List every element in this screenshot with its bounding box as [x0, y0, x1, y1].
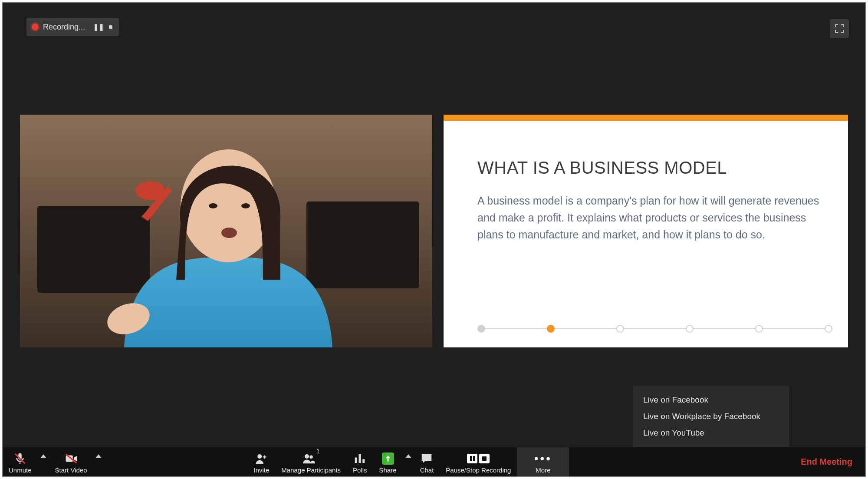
progress-dot[interactable]: [755, 325, 763, 333]
more-menu: Live on Facebook Live on Workplace by Fa…: [633, 386, 789, 447]
invite-button[interactable]: Invite: [247, 447, 275, 476]
svg-point-3: [135, 181, 165, 200]
content-row: WHAT IS A BUSINESS MODEL A business mode…: [20, 115, 848, 347]
slide-title: WHAT IS A BUSINESS MODEL: [477, 158, 822, 178]
slide-body: A business model is a company's plan for…: [477, 192, 822, 243]
pause-stop-recording-button[interactable]: Pause/Stop Recording: [440, 447, 517, 476]
invite-icon: [255, 452, 268, 465]
pause-stop-icon: [467, 454, 490, 463]
chevron-up-icon: [95, 454, 102, 458]
meeting-window: Recording... ❚❚ ■: [2, 2, 866, 477]
end-meeting-button[interactable]: End Meeting: [788, 447, 865, 476]
more-menu-item-live-youtube[interactable]: Live on YouTube: [633, 425, 789, 441]
recording-indicator: Recording... ❚❚ ■: [26, 18, 119, 36]
svg-rect-1: [37, 206, 150, 293]
svg-point-13: [305, 454, 309, 459]
fullscreen-icon: [834, 23, 845, 34]
svg-point-12: [258, 454, 262, 459]
start-video-button[interactable]: Start Video: [49, 447, 93, 476]
more-button[interactable]: ••• More: [517, 447, 569, 476]
share-options-caret[interactable]: [403, 447, 414, 476]
svg-rect-17: [363, 459, 365, 463]
svg-point-14: [309, 456, 313, 459]
presenter-video: [20, 115, 432, 347]
chat-button[interactable]: Chat: [414, 447, 440, 476]
svg-point-5: [209, 203, 217, 208]
progress-dot[interactable]: [547, 325, 555, 333]
unmute-button[interactable]: Unmute: [3, 447, 38, 476]
participants-count: 1: [316, 448, 320, 455]
progress-dot[interactable]: [686, 325, 694, 333]
more-menu-item-live-facebook[interactable]: Live on Facebook: [633, 392, 789, 408]
slide-accent-bar: [444, 115, 848, 121]
video-options-caret[interactable]: [93, 447, 104, 476]
svg-point-7: [221, 228, 237, 238]
more-icon: •••: [534, 453, 552, 465]
manage-participants-button[interactable]: 1 Manage Participants: [275, 447, 347, 476]
microphone-muted-icon: [13, 452, 26, 465]
audio-options-caret[interactable]: [38, 447, 49, 476]
svg-rect-16: [359, 454, 361, 463]
progress-dot[interactable]: [825, 325, 832, 333]
polls-icon: [353, 452, 366, 465]
slide-progress: [477, 325, 832, 333]
recording-stop-button[interactable]: ■: [108, 23, 113, 31]
meeting-toolbar: Unmute Start Video Invite: [3, 447, 865, 476]
share-icon: [382, 453, 394, 465]
presenter-video-placeholder: [20, 115, 432, 347]
svg-rect-2: [306, 202, 419, 288]
svg-point-6: [241, 203, 250, 208]
video-off-icon: [65, 452, 78, 465]
record-dot-icon: [32, 23, 39, 30]
share-button[interactable]: Share: [373, 447, 403, 476]
participants-icon: [302, 452, 316, 465]
polls-button[interactable]: Polls: [347, 447, 373, 476]
fullscreen-button[interactable]: [830, 19, 849, 38]
progress-dot[interactable]: [477, 325, 485, 333]
presentation-slide: WHAT IS A BUSINESS MODEL A business mode…: [444, 115, 848, 347]
recording-label: Recording...: [43, 23, 85, 32]
progress-dot[interactable]: [616, 325, 624, 333]
chevron-up-icon: [405, 454, 411, 458]
more-menu-item-live-workplace[interactable]: Live on Workplace by Facebook: [633, 408, 789, 425]
chat-icon: [420, 452, 433, 465]
svg-rect-15: [355, 458, 357, 463]
chevron-up-icon: [40, 454, 46, 458]
recording-pause-button[interactable]: ❚❚: [93, 23, 104, 31]
